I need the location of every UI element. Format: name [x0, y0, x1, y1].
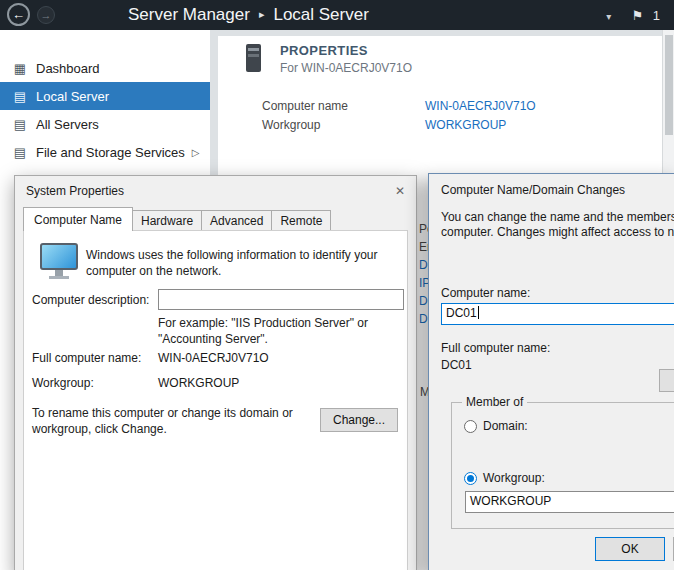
tab-hardware[interactable]: Hardware — [132, 210, 202, 231]
back-arrow-icon: ← — [12, 7, 25, 22]
property-label-workgroup: Workgroup — [262, 118, 320, 132]
workgroup-radio[interactable] — [464, 472, 477, 485]
computer-name-tab-page: Windows uses the following information t… — [23, 230, 408, 570]
forward-button[interactable]: → — [37, 6, 55, 24]
breadcrumb-chevron-icon: ▸ — [259, 8, 265, 20]
description-example-text: For example: "IIS Production Server" or … — [158, 316, 393, 347]
member-of-label: Member of — [462, 395, 527, 409]
full-computer-name-label: Full computer name: — [32, 351, 141, 365]
notification-count-badge[interactable]: 1 — [653, 8, 660, 23]
titlebar-right-controls: ▾ ⚑ 1 — [606, 0, 660, 30]
back-button[interactable]: ← — [7, 3, 30, 26]
domain-changes-dialog: Computer Name/Domain Changes You can cha… — [428, 173, 674, 570]
monitor-base — [49, 276, 69, 279]
breadcrumb: Server Manager▸Local Server — [128, 0, 369, 30]
server-tile-icon — [246, 44, 261, 72]
scrollbar-thumb[interactable] — [665, 35, 673, 135]
rename-hint-text: To rename this computer or change its do… — [32, 405, 307, 437]
full-computer-name-label: Full computer name: — [441, 341, 550, 355]
breadcrumb-current: Local Server — [273, 5, 368, 24]
change-button[interactable]: Change... — [320, 408, 398, 432]
computer-name-value: DC01 — [446, 306, 477, 320]
workgroup-input[interactable]: WORKGROUP — [465, 491, 674, 513]
monitor-screen — [40, 243, 78, 270]
domain-radio[interactable] — [464, 420, 477, 433]
dialog-title: Computer Name/Domain Changes — [441, 183, 625, 197]
tab-advanced[interactable]: Advanced — [201, 210, 272, 231]
sidebar-item-local-server[interactable]: ▤ Local Server — [0, 82, 210, 110]
computer-monitor-icon — [40, 243, 80, 285]
property-value-workgroup[interactable]: WORKGROUP — [425, 118, 506, 132]
properties-subheading: For WIN-0AECRJ0V71O — [280, 61, 412, 75]
dashboard-icon: ▦ — [12, 61, 28, 76]
workgroup-label: Workgroup: — [32, 376, 94, 390]
workgroup-value: WORKGROUP — [158, 376, 239, 390]
text-caret — [478, 306, 479, 319]
server-icon: ▤ — [12, 117, 28, 132]
tab-strip: Computer Name Hardware Advanced Remote — [23, 207, 330, 231]
tab-computer-name[interactable]: Computer Name — [23, 207, 133, 231]
clipped-text-fragment: D — [419, 258, 428, 272]
server-icon: ▤ — [12, 89, 28, 104]
sidebar-item-file-storage-services[interactable]: ▤ File and Storage Services ▷ — [0, 138, 210, 166]
sidebar-item-dashboard[interactable]: ▦ Dashboard — [0, 54, 210, 82]
app-title: Server Manager — [128, 5, 250, 24]
full-computer-name-value: DC01 — [441, 358, 472, 372]
clipped-text-fragment: D — [419, 294, 428, 308]
dialog-body-text: You can change the name and the membersh… — [441, 210, 674, 224]
ok-button[interactable]: OK — [595, 537, 665, 561]
computer-description-label: Computer description: — [32, 293, 149, 307]
sidebar-item-label: File and Storage Services — [36, 145, 185, 160]
member-of-groupbox: Member of Domain: Workgroup: WORKGROUP — [451, 402, 674, 529]
expand-chevron-icon[interactable]: ▷ — [192, 147, 200, 158]
more-button-clipped[interactable] — [659, 369, 674, 392]
close-icon: ✕ — [395, 184, 405, 198]
sidebar-item-label: All Servers — [36, 117, 99, 132]
tab-remote[interactable]: Remote — [271, 210, 331, 231]
properties-heading: PROPERTIES — [280, 43, 368, 58]
intro-text: Windows uses the following information t… — [86, 247, 398, 279]
server-icon: ▤ — [12, 145, 28, 160]
domain-radio-label[interactable]: Domain: — [483, 419, 528, 433]
workgroup-field-value: WORKGROUP — [470, 494, 551, 508]
menu-caret-icon[interactable]: ▾ — [606, 11, 611, 22]
sidebar-item-label: Dashboard — [36, 61, 100, 76]
close-button[interactable]: ✕ — [390, 181, 410, 201]
notifications-flag-icon[interactable]: ⚑ — [632, 8, 644, 23]
sidebar-item-all-servers[interactable]: ▤ All Servers — [0, 110, 210, 138]
computer-description-input[interactable] — [158, 289, 404, 310]
property-label-computer-name: Computer name — [262, 99, 348, 113]
dialog-body-text: computer. Changes might affect access to… — [441, 225, 674, 239]
system-properties-dialog: System Properties ✕ Computer Name Hardwa… — [14, 175, 417, 570]
dialog-title: System Properties — [26, 184, 124, 198]
sidebar-item-label: Local Server — [36, 89, 109, 104]
workgroup-radio-label[interactable]: Workgroup: — [483, 471, 545, 485]
clipped-text-fragment: D — [419, 312, 428, 326]
property-value-computer-name[interactable]: WIN-0AECRJ0V71O — [425, 99, 536, 113]
forward-arrow-icon: → — [41, 9, 52, 21]
titlebar: ← → Server Manager▸Local Server ▾ ⚑ 1 — [0, 0, 674, 30]
computer-name-input[interactable]: DC01 — [441, 303, 674, 325]
computer-name-label: Computer name: — [441, 286, 530, 300]
full-computer-name-value: WIN-0AECRJ0V71O — [158, 351, 269, 365]
